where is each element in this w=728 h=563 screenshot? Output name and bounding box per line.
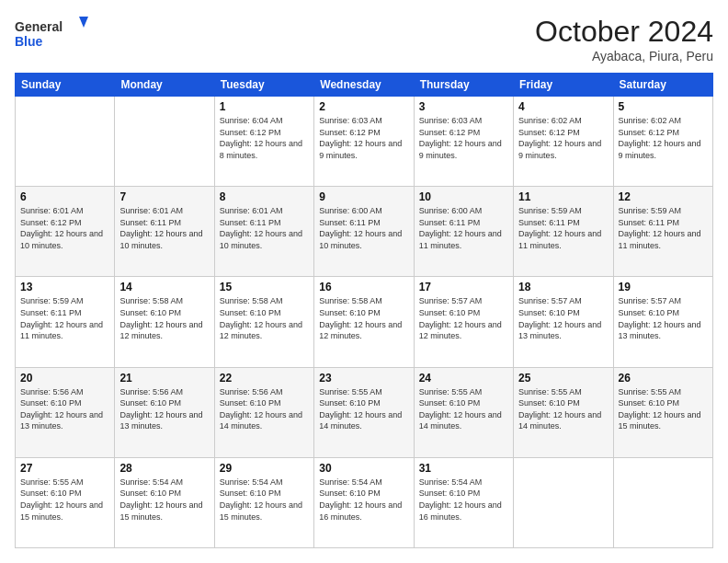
calendar-cell: 5Sunrise: 6:02 AM Sunset: 6:12 PM Daylig… xyxy=(613,97,712,187)
calendar-cell: 10Sunrise: 6:00 AM Sunset: 6:11 PM Dayli… xyxy=(414,187,513,277)
day-info: Sunrise: 5:55 AM Sunset: 6:10 PM Dayligh… xyxy=(518,386,608,432)
calendar-cell: 8Sunrise: 6:01 AM Sunset: 6:11 PM Daylig… xyxy=(214,187,313,277)
weekday-header-saturday: Saturday xyxy=(613,74,712,97)
calendar-cell: 22Sunrise: 5:56 AM Sunset: 6:10 PM Dayli… xyxy=(214,367,313,457)
logo-svg: General Blue xyxy=(15,15,88,55)
weekday-header-monday: Monday xyxy=(115,74,214,97)
day-number: 13 xyxy=(20,281,109,293)
header: General Blue October 2024 Ayabaca, Piura… xyxy=(15,15,713,63)
day-number: 5 xyxy=(619,100,708,113)
day-info: Sunrise: 6:03 AM Sunset: 6:12 PM Dayligh… xyxy=(319,115,408,161)
day-number: 7 xyxy=(119,190,209,203)
calendar-cell: 16Sunrise: 5:58 AM Sunset: 6:10 PM Dayli… xyxy=(314,277,414,367)
calendar-cell: 31Sunrise: 5:54 AM Sunset: 6:10 PM Dayli… xyxy=(414,457,513,547)
week-row-1: 1Sunrise: 6:04 AM Sunset: 6:12 PM Daylig… xyxy=(16,97,713,187)
calendar-cell: 27Sunrise: 5:55 AM Sunset: 6:10 PM Dayli… xyxy=(16,457,115,547)
week-row-4: 20Sunrise: 5:56 AM Sunset: 6:10 PM Dayli… xyxy=(16,367,713,457)
day-info: Sunrise: 5:57 AM Sunset: 6:10 PM Dayligh… xyxy=(419,295,508,341)
logo: General Blue xyxy=(15,15,88,55)
day-info: Sunrise: 6:01 AM Sunset: 6:11 PM Dayligh… xyxy=(119,205,209,251)
day-info: Sunrise: 5:56 AM Sunset: 6:10 PM Dayligh… xyxy=(220,386,309,432)
day-info: Sunrise: 5:54 AM Sunset: 6:10 PM Dayligh… xyxy=(419,477,508,523)
calendar-cell: 15Sunrise: 5:58 AM Sunset: 6:10 PM Dayli… xyxy=(214,277,313,367)
day-number: 21 xyxy=(119,372,209,385)
week-row-3: 13Sunrise: 5:59 AM Sunset: 6:11 PM Dayli… xyxy=(16,277,713,367)
week-row-2: 6Sunrise: 6:01 AM Sunset: 6:12 PM Daylig… xyxy=(16,187,713,277)
day-info: Sunrise: 6:02 AM Sunset: 6:12 PM Dayligh… xyxy=(518,115,608,161)
day-number: 23 xyxy=(319,372,408,385)
calendar-cell: 6Sunrise: 6:01 AM Sunset: 6:12 PM Daylig… xyxy=(16,187,115,277)
day-info: Sunrise: 5:59 AM Sunset: 6:11 PM Dayligh… xyxy=(518,205,608,251)
day-info: Sunrise: 5:58 AM Sunset: 6:10 PM Dayligh… xyxy=(220,295,309,341)
calendar-cell: 1Sunrise: 6:04 AM Sunset: 6:12 PM Daylig… xyxy=(214,97,313,187)
calendar-cell: 14Sunrise: 5:58 AM Sunset: 6:10 PM Dayli… xyxy=(115,277,214,367)
day-number: 25 xyxy=(518,372,608,385)
day-number: 20 xyxy=(20,372,109,385)
calendar-cell: 12Sunrise: 5:59 AM Sunset: 6:11 PM Dayli… xyxy=(613,187,712,277)
calendar-cell: 4Sunrise: 6:02 AM Sunset: 6:12 PM Daylig… xyxy=(514,97,613,187)
day-info: Sunrise: 5:58 AM Sunset: 6:10 PM Dayligh… xyxy=(119,295,209,341)
day-info: Sunrise: 5:58 AM Sunset: 6:10 PM Dayligh… xyxy=(319,295,408,341)
calendar-cell: 30Sunrise: 5:54 AM Sunset: 6:10 PM Dayli… xyxy=(314,457,414,547)
day-number: 11 xyxy=(518,190,608,203)
calendar-cell xyxy=(514,457,613,547)
day-info: Sunrise: 5:55 AM Sunset: 6:10 PM Dayligh… xyxy=(419,386,508,432)
month-title: October 2024 xyxy=(535,15,713,49)
svg-text:Blue: Blue xyxy=(15,34,43,49)
day-number: 1 xyxy=(220,100,309,113)
day-number: 4 xyxy=(518,100,608,113)
calendar-cell: 21Sunrise: 5:56 AM Sunset: 6:10 PM Dayli… xyxy=(115,367,214,457)
weekday-header-wednesday: Wednesday xyxy=(314,74,414,97)
calendar-cell: 7Sunrise: 6:01 AM Sunset: 6:11 PM Daylig… xyxy=(115,187,214,277)
day-info: Sunrise: 5:55 AM Sunset: 6:10 PM Dayligh… xyxy=(20,477,109,523)
day-number: 15 xyxy=(220,281,309,293)
day-number: 12 xyxy=(619,190,708,203)
day-info: Sunrise: 6:04 AM Sunset: 6:12 PM Dayligh… xyxy=(220,115,309,161)
day-info: Sunrise: 6:01 AM Sunset: 6:12 PM Dayligh… xyxy=(20,205,109,251)
day-number: 28 xyxy=(119,462,209,475)
calendar-cell: 2Sunrise: 6:03 AM Sunset: 6:12 PM Daylig… xyxy=(314,97,414,187)
weekday-header-tuesday: Tuesday xyxy=(214,74,313,97)
day-number: 8 xyxy=(220,190,309,203)
day-number: 18 xyxy=(518,281,608,293)
day-number: 3 xyxy=(419,100,508,113)
day-number: 19 xyxy=(619,281,708,293)
calendar-cell xyxy=(16,97,115,187)
calendar-cell: 23Sunrise: 5:55 AM Sunset: 6:10 PM Dayli… xyxy=(314,367,414,457)
day-info: Sunrise: 5:59 AM Sunset: 6:11 PM Dayligh… xyxy=(20,295,109,341)
day-number: 14 xyxy=(119,281,209,293)
calendar-cell: 3Sunrise: 6:03 AM Sunset: 6:12 PM Daylig… xyxy=(414,97,513,187)
week-row-5: 27Sunrise: 5:55 AM Sunset: 6:10 PM Dayli… xyxy=(16,457,713,547)
day-number: 26 xyxy=(619,372,708,385)
day-info: Sunrise: 6:03 AM Sunset: 6:12 PM Dayligh… xyxy=(419,115,508,161)
weekday-header-thursday: Thursday xyxy=(414,74,513,97)
day-info: Sunrise: 5:56 AM Sunset: 6:10 PM Dayligh… xyxy=(20,386,109,432)
svg-text:General: General xyxy=(15,19,63,34)
day-number: 17 xyxy=(419,281,508,293)
day-number: 30 xyxy=(319,462,408,475)
day-info: Sunrise: 6:00 AM Sunset: 6:11 PM Dayligh… xyxy=(419,205,508,251)
calendar-table: SundayMondayTuesdayWednesdayThursdayFrid… xyxy=(15,73,713,548)
title-block: October 2024 Ayabaca, Piura, Peru xyxy=(535,15,713,63)
day-number: 27 xyxy=(20,462,109,475)
day-number: 6 xyxy=(20,190,109,203)
location: Ayabaca, Piura, Peru xyxy=(535,49,713,63)
day-info: Sunrise: 5:57 AM Sunset: 6:10 PM Dayligh… xyxy=(518,295,608,341)
page: General Blue October 2024 Ayabaca, Piura… xyxy=(0,0,728,563)
calendar-cell: 19Sunrise: 5:57 AM Sunset: 6:10 PM Dayli… xyxy=(613,277,712,367)
day-number: 16 xyxy=(319,281,408,293)
day-info: Sunrise: 6:01 AM Sunset: 6:11 PM Dayligh… xyxy=(220,205,309,251)
calendar-cell xyxy=(115,97,214,187)
weekday-header-sunday: Sunday xyxy=(16,74,115,97)
day-info: Sunrise: 5:56 AM Sunset: 6:10 PM Dayligh… xyxy=(119,386,209,432)
day-info: Sunrise: 5:59 AM Sunset: 6:11 PM Dayligh… xyxy=(619,205,708,251)
calendar-cell: 11Sunrise: 5:59 AM Sunset: 6:11 PM Dayli… xyxy=(514,187,613,277)
day-number: 31 xyxy=(419,462,508,475)
calendar-cell: 24Sunrise: 5:55 AM Sunset: 6:10 PM Dayli… xyxy=(414,367,513,457)
day-number: 2 xyxy=(319,100,408,113)
day-info: Sunrise: 6:02 AM Sunset: 6:12 PM Dayligh… xyxy=(619,115,708,161)
calendar-cell xyxy=(613,457,712,547)
day-info: Sunrise: 6:00 AM Sunset: 6:11 PM Dayligh… xyxy=(319,205,408,251)
calendar-cell: 26Sunrise: 5:55 AM Sunset: 6:10 PM Dayli… xyxy=(613,367,712,457)
day-info: Sunrise: 5:54 AM Sunset: 6:10 PM Dayligh… xyxy=(319,477,408,523)
